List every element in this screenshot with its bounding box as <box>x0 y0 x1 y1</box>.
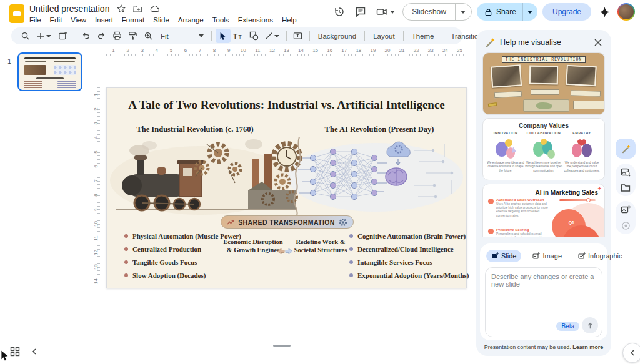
brain-icon <box>386 168 407 185</box>
suggestion-company-values[interactable]: Company Values INNOVATION We embrace new… <box>482 118 605 180</box>
menu-tools[interactable]: Tools <box>208 15 234 25</box>
undo-icon[interactable] <box>78 29 93 43</box>
background-button[interactable]: Background <box>314 32 361 40</box>
avatar-image <box>619 4 634 19</box>
slides-logo-glyph <box>13 11 21 16</box>
image-plus-icon <box>532 252 540 260</box>
share-button[interactable]: Share <box>477 3 538 21</box>
line-tool-icon[interactable] <box>262 29 282 43</box>
lock-icon <box>484 8 492 16</box>
layout-button[interactable]: Layout <box>369 32 399 40</box>
gemini-star-icon[interactable] <box>596 4 612 20</box>
account-avatar[interactable] <box>618 3 635 21</box>
ai-bullet-list[interactable]: Cognitive Automation (Brain Power) Decen… <box>349 229 469 282</box>
text-tool-icon[interactable]: TT <box>231 29 246 43</box>
slides-logo[interactable] <box>9 4 24 23</box>
comments-icon[interactable] <box>352 4 369 20</box>
menu-arrange[interactable]: Arrange <box>174 15 208 25</box>
industrial-heading[interactable]: The Industrial Revolution (c. 1760) <box>107 125 283 134</box>
search-menus-icon[interactable] <box>18 29 32 43</box>
grid-view-icon[interactable] <box>10 347 20 357</box>
toolbar-separator <box>286 31 287 41</box>
close-icon[interactable] <box>594 38 602 47</box>
thumbnail-network-art <box>54 65 76 75</box>
theme-button[interactable]: Theme <box>408 32 439 40</box>
menu-insert[interactable]: Insert <box>91 15 118 25</box>
map-graphic <box>523 99 569 112</box>
menu-bar: File Edit View Insert Format Slide Arran… <box>25 15 301 25</box>
redo-icon[interactable] <box>94 29 109 43</box>
banner-line-right <box>354 222 459 223</box>
slide-thumbnail[interactable] <box>18 52 82 91</box>
menu-edit[interactable]: Edit <box>46 15 67 25</box>
list-item: Intangible Services Focus <box>349 255 469 268</box>
zoom-icon[interactable] <box>141 29 156 43</box>
neural-network <box>107 137 468 215</box>
learn-more-link[interactable]: Learn more <box>572 344 603 350</box>
infographic-plus-icon <box>578 252 586 260</box>
collapse-filmstrip-icon[interactable] <box>31 348 38 355</box>
tab-infographic[interactable]: Infographic <box>573 250 627 262</box>
folder-icon[interactable] <box>621 184 631 192</box>
center-label-right[interactable]: Redefine Work & Societal Structures <box>288 238 353 254</box>
document-title[interactable]: Untitled presentation <box>29 4 109 14</box>
zoom-select[interactable]: Fit <box>156 32 173 40</box>
menu-file[interactable]: File <box>25 15 46 25</box>
suggestion-industrial-revolution[interactable]: THE INDUSTRIAL REVOLUTION <box>482 52 605 115</box>
side-rail <box>615 139 636 234</box>
paint-format-icon[interactable] <box>125 29 140 43</box>
vintage-photo <box>566 65 598 86</box>
send-button[interactable] <box>582 317 598 333</box>
image-plus-icon[interactable] <box>621 205 631 215</box>
prompt-input-container: Beta <box>485 267 602 337</box>
menu-help[interactable]: Help <box>278 15 301 25</box>
mouse-cursor <box>1 350 9 362</box>
arrow-up-icon <box>586 322 594 330</box>
new-slide-layout-icon[interactable] <box>55 29 70 43</box>
collage-title: THE INDUSTRIAL REVOLUTION <box>502 56 586 63</box>
version-history-icon[interactable] <box>331 4 348 20</box>
upgrade-button[interactable]: Upgrade <box>542 3 591 21</box>
center-label-left[interactable]: Economic Disruption & Growth Engines <box>221 238 286 254</box>
menu-format[interactable]: Format <box>118 15 149 25</box>
banner-line-left <box>116 222 221 223</box>
shape-tool-icon[interactable] <box>247 29 262 43</box>
select-tool-icon[interactable] <box>216 29 231 43</box>
slide-plus-icon <box>491 252 499 260</box>
tab-slide[interactable]: Slide <box>486 250 521 262</box>
move-folder-icon[interactable] <box>133 4 142 13</box>
print-icon[interactable] <box>109 29 124 43</box>
industrial-bullet-list[interactable]: Physical Automation (Muscle Power) Centr… <box>124 229 241 282</box>
toolbar-separator <box>309 31 310 41</box>
value-column-innovation: INNOVATION We embrace new ideas and crea… <box>487 131 524 173</box>
banner-label: SHARED TRANSFORMATION <box>238 219 335 226</box>
text-box-icon[interactable] <box>291 29 306 43</box>
star-icon[interactable] <box>117 4 126 13</box>
slideshow-button[interactable]: Slideshow <box>402 3 472 21</box>
speaker-notes-handle[interactable] <box>273 345 291 347</box>
mode-tabs: Slide Image Infographic <box>486 250 602 262</box>
menu-slide[interactable]: Slide <box>149 15 174 25</box>
collapse-rail-button[interactable] <box>622 343 640 363</box>
image-search-icon[interactable] <box>621 167 631 177</box>
prompt-input[interactable] <box>486 268 602 317</box>
tab-image[interactable]: Image <box>528 250 567 262</box>
menu-view[interactable]: View <box>66 15 91 25</box>
slide-title[interactable]: A Tale of Two Revolutions: Industrial vs… <box>107 98 466 112</box>
cloud-status-icon[interactable] <box>150 4 160 13</box>
vertical-ruler: 1234567891011121314 <box>91 87 100 288</box>
slideshow-options-button[interactable] <box>455 3 471 21</box>
new-slide-button[interactable] <box>33 29 54 43</box>
suggestion-ai-marketing[interactable]: ✦ AI in Marketing Sales Automated Sales … <box>482 184 605 237</box>
share-options-button[interactable] <box>522 3 538 21</box>
ai-card-title: AI in Marketing Sales <box>535 189 598 196</box>
ai-heading[interactable]: The AI Revolution (Present Day) <box>291 125 468 134</box>
meet-camera-icon[interactable] <box>374 4 398 20</box>
vintage-photo <box>529 66 559 85</box>
menu-extensions[interactable]: Extensions <box>234 15 278 25</box>
slide-filmstrip: 1 <box>0 47 88 341</box>
shared-transformation-banner[interactable]: SHARED TRANSFORMATION <box>221 215 354 229</box>
slide-canvas[interactable]: A Tale of Two Revolutions: Industrial vs… <box>106 87 467 288</box>
target-icon[interactable] <box>621 221 631 230</box>
gemini-rail-button[interactable] <box>616 139 636 159</box>
